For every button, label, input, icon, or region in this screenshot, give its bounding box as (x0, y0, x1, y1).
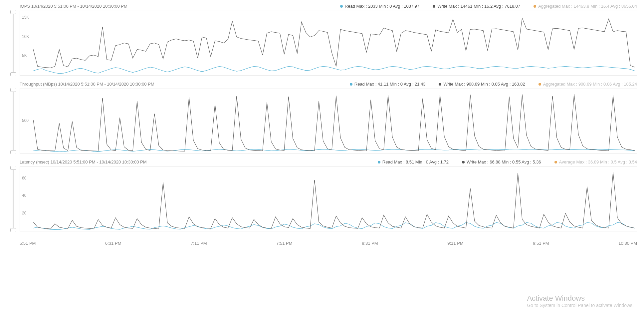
slider-thumb-icon[interactable] (10, 10, 16, 14)
legend-text: Write Max : 14461 Min : 16.2 Avg : 7618.… (437, 4, 520, 9)
series-read (33, 66, 635, 74)
slider-thumb-icon[interactable] (10, 166, 16, 170)
slider-thumb-icon[interactable] (10, 150, 16, 154)
throughput-chart[interactable]: 500 (20, 89, 637, 154)
series-write (33, 172, 635, 229)
iops-legend-aggregated[interactable]: Aggregated Max : 14463.8 Min : 16.4 Avg … (534, 4, 637, 9)
slider-thumb-icon[interactable] (10, 88, 16, 92)
dot-icon (554, 161, 557, 163)
xaxis-tick: 5:51 PM (20, 241, 36, 246)
series-write (33, 94, 635, 151)
throughput-panel: Throughput (MBps) 10/14/2020 5:51:00 PM … (4, 82, 637, 154)
latency-legend-read[interactable]: Read Max : 8.51 Min : 0 Avg : 1.72 (378, 159, 449, 164)
latency-legend: Read Max : 8.51 Min : 0 Avg : 1.72 Write… (378, 159, 637, 164)
legend-text: Write Max : 908.69 Min : 0.05 Avg : 163.… (443, 82, 525, 87)
legend-text: Aggregated Max : 14463.8 Min : 16.4 Avg … (538, 4, 637, 9)
series-read (33, 222, 635, 229)
xaxis-tick: 6:31 PM (105, 241, 121, 246)
legend-text: Write Max : 66.88 Min : 0.55 Avg : 5.36 (467, 159, 541, 164)
xaxis-tick: 8:31 PM (362, 241, 378, 246)
iops-header: IOPS 10/14/2020 5:51:00 PM - 10/14/2020 … (4, 4, 637, 9)
dot-icon (462, 161, 465, 163)
throughput-legend-write[interactable]: Write Max : 908.69 Min : 0.05 Avg : 163.… (439, 82, 525, 87)
dot-icon (433, 5, 435, 8)
throughput-zoom-slider[interactable] (4, 89, 20, 154)
legend-text: Average Max : 36.89 Min : 0.5 Avg : 3.54 (559, 159, 637, 164)
watermark-subtitle: Go to System in Control Panel to activat… (527, 303, 634, 308)
latency-chart-row: 204060 (4, 166, 637, 231)
latency-header: Latency (msec) 10/14/2020 5:51:00 PM - 1… (4, 159, 637, 164)
iops-chart-row: 5K10K15K (4, 11, 637, 76)
time-axis: 5:51 PM6:31 PM7:11 PM7:51 PM8:31 PM9:11 … (4, 237, 637, 246)
watermark-title: Activate Windows (527, 294, 634, 303)
dot-icon (439, 83, 441, 86)
latency-zoom-slider[interactable] (4, 166, 20, 231)
legend-text: Aggregated Max : 908.69 Min : 0.06 Avg :… (543, 82, 637, 87)
dot-icon (538, 83, 541, 86)
slider-thumb-icon[interactable] (10, 72, 16, 76)
dot-icon (340, 5, 343, 8)
iops-legend-read[interactable]: Read Max : 2033 Min : 0 Avg : 1037.97 (340, 4, 420, 9)
throughput-legend-aggregated[interactable]: Aggregated Max : 908.69 Min : 0.06 Avg :… (538, 82, 637, 87)
latency-panel: Latency (msec) 10/14/2020 5:51:00 PM - 1… (4, 159, 637, 231)
series-read (33, 149, 635, 152)
iops-chart[interactable]: 5K10K15K (20, 11, 637, 76)
latency-title: Latency (msec) 10/14/2020 5:51:00 PM - 1… (20, 159, 147, 164)
legend-text: Read Max : 8.51 Min : 0 Avg : 1.72 (382, 159, 449, 164)
series-write (33, 18, 635, 68)
throughput-title: Throughput (MBps) 10/14/2020 5:51:00 PM … (20, 82, 154, 87)
iops-title: IOPS 10/14/2020 5:51:00 PM - 10/14/2020 … (20, 4, 127, 9)
xaxis-tick: 7:51 PM (276, 241, 292, 246)
iops-zoom-slider[interactable] (4, 11, 20, 76)
latency-chart[interactable]: 204060 (20, 166, 637, 231)
throughput-chart-row: 500 (4, 89, 637, 154)
latency-legend-write[interactable]: Write Max : 66.88 Min : 0.55 Avg : 5.36 (462, 159, 541, 164)
slider-thumb-icon[interactable] (10, 228, 16, 232)
dot-icon (534, 5, 536, 8)
xaxis-tick: 9:51 PM (533, 241, 549, 246)
throughput-legend: Read Max : 41.11 Min : 0 Avg : 21.43 Wri… (350, 82, 637, 87)
dot-icon (350, 83, 352, 86)
dot-icon (378, 161, 380, 163)
throughput-legend-read[interactable]: Read Max : 41.11 Min : 0 Avg : 21.43 (350, 82, 426, 87)
xaxis-tick: 9:11 PM (447, 241, 463, 246)
legend-text: Read Max : 2033 Min : 0 Avg : 1037.97 (345, 4, 420, 9)
iops-legend-write[interactable]: Write Max : 14461 Min : 16.2 Avg : 7618.… (433, 4, 520, 9)
xaxis-tick: 10:30 PM (618, 241, 637, 246)
iops-panel: IOPS 10/14/2020 5:51:00 PM - 10/14/2020 … (4, 4, 637, 76)
xaxis-tick: 7:11 PM (191, 241, 207, 246)
iops-legend: Read Max : 2033 Min : 0 Avg : 1037.97 Wr… (340, 4, 637, 9)
legend-text: Read Max : 41.11 Min : 0 Avg : 21.43 (354, 82, 426, 87)
latency-legend-average[interactable]: Average Max : 36.89 Min : 0.5 Avg : 3.54 (554, 159, 637, 164)
throughput-header: Throughput (MBps) 10/14/2020 5:51:00 PM … (4, 82, 637, 87)
windows-watermark: Activate Windows Go to System in Control… (527, 294, 634, 308)
